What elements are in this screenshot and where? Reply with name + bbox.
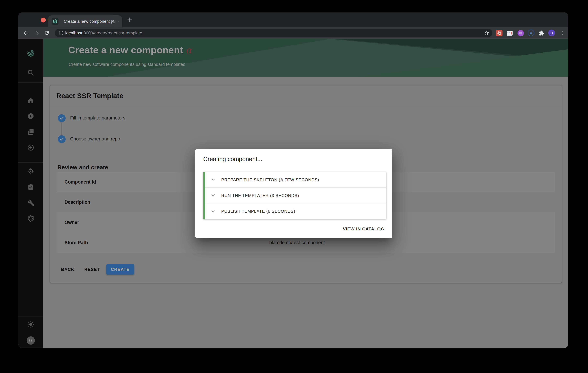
browser-profile-avatar[interactable]: B xyxy=(548,29,555,37)
screen: Create a new component | Backstage xyxy=(0,0,588,373)
back-icon[interactable] xyxy=(21,29,30,38)
reload-icon[interactable] xyxy=(42,29,51,38)
page-info-icon[interactable] xyxy=(59,30,64,36)
browser-window: Create a new component | Backstage xyxy=(18,12,568,348)
new-tab-button[interactable] xyxy=(127,17,132,22)
url-path: :3000/create/react-ssr-template xyxy=(82,31,142,35)
task-accordion: PREPARE THE SKELETON (A FEW SECONDS) RUN… xyxy=(203,172,386,219)
chevron-down-icon xyxy=(210,208,216,214)
view-in-catalog-button[interactable]: VIEW IN CATALOG xyxy=(343,226,384,231)
dialog-title: Creating component... xyxy=(203,156,262,162)
accordion-item[interactable]: PREPARE THE SKELETON (A FEW SECONDS) xyxy=(205,172,386,188)
accordion-item[interactable]: RUN THE TEMPLATER (3 SECONDS) xyxy=(205,188,386,203)
close-window-button[interactable] xyxy=(41,18,46,22)
backstage-favicon xyxy=(52,18,58,25)
browser-tab[interactable]: Create a new component | Backstage xyxy=(48,15,122,27)
bookmark-star-icon[interactable] xyxy=(484,30,489,36)
url-text: localhost:3000/create/react-ssr-template xyxy=(65,29,142,37)
url-host: localhost xyxy=(65,31,82,35)
profile-extension-icon[interactable] xyxy=(517,29,524,37)
tab-close-icon[interactable] xyxy=(111,19,115,24)
accordion-item-label: PUBLISH TEMPLATE (6 SECONDS) xyxy=(221,209,295,213)
extensions-puzzle-icon[interactable] xyxy=(538,29,545,37)
accessibility-extension-icon[interactable]: A xyxy=(527,29,535,37)
react-devtools-extension-icon[interactable] xyxy=(495,29,503,37)
chevron-down-icon xyxy=(210,192,216,199)
accordion-item-label: RUN THE TEMPLATER (3 SECONDS) xyxy=(221,193,299,198)
accordion-item[interactable]: PUBLISH TEMPLATE (6 SECONDS) xyxy=(205,203,386,219)
browser-toolbar: localhost:3000/create/react-ssr-template xyxy=(18,27,568,39)
password-manager-extension-icon[interactable]: ** xyxy=(506,29,513,37)
tab-strip: Create a new component | Backstage xyxy=(18,12,568,27)
accordion-item-label: PREPARE THE SKELETON (A FEW SECONDS) xyxy=(221,177,319,182)
address-bar[interactable]: localhost:3000/create/react-ssr-template xyxy=(55,29,492,37)
menu-kebab-icon[interactable] xyxy=(558,29,566,37)
page-viewport: G Create a new componentα Create new sof… xyxy=(18,39,568,348)
creating-component-dialog: Creating component... PREPARE THE SKELET… xyxy=(195,149,392,238)
forward-icon[interactable] xyxy=(32,29,41,38)
chevron-down-icon xyxy=(210,177,216,183)
